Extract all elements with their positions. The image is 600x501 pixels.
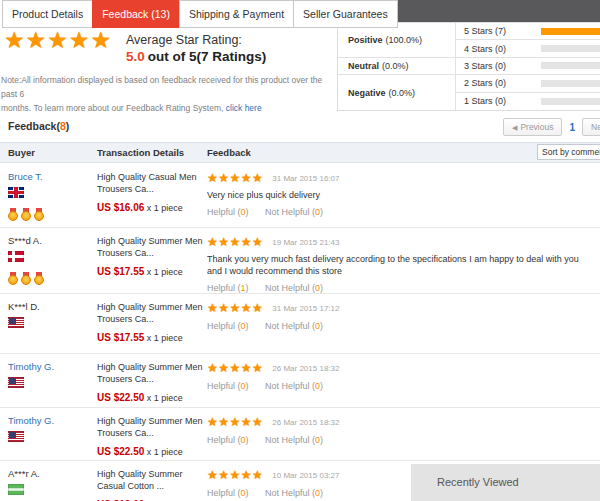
star-row-label: 5 Stars (7): [455, 23, 536, 40]
transaction-price-line: US $17.55 x 1 piece: [97, 332, 207, 343]
product-title: High Quality SummerCasual Cotton ...: [97, 468, 207, 492]
page-number[interactable]: 1: [569, 122, 575, 133]
tab-feedback-13[interactable]: Feedback (13): [92, 0, 180, 28]
star-rating-line: ★★★★★ 31 Mar 2015 17:12: [207, 301, 600, 315]
feedback-row: Timothy G. High Quality Summer MenTrouse…: [0, 408, 600, 461]
buyer-name[interactable]: Timothy G.: [8, 361, 97, 372]
quantity: x 1 piece: [144, 333, 183, 343]
helpful-line: Helpful (0) Not Helpful (0): [207, 381, 600, 391]
helpful-button[interactable]: Helpful (1): [207, 283, 249, 293]
stars-icon: ★★★★★: [207, 235, 263, 249]
feedback-comment: Very nice plus quick delivery: [207, 189, 591, 201]
transaction-cell: High Quality Summer MenTrousers Ca... US…: [97, 301, 207, 353]
not-helpful-button[interactable]: Not Helpful (0): [265, 435, 323, 445]
next-page-button[interactable]: Next: [582, 118, 600, 136]
feedback-row: S***d A. High Quality Summer MenTrousers…: [0, 228, 600, 294]
feedback-cell: ★★★★★ 19 Mar 2015 21:43 Thank you very m…: [207, 235, 600, 293]
transaction-cell: High Quality Summer MenTrousers Ca... US…: [97, 361, 207, 407]
quantity: x 1 piece: [144, 393, 183, 403]
buyer-name[interactable]: Timothy G.: [8, 415, 97, 426]
helpful-line: Helpful (0) Not Helpful (0): [207, 435, 600, 445]
medal-icon: [21, 272, 31, 285]
buyer-name: S***d A.: [8, 235, 97, 246]
column-transaction-details: Transaction Details: [97, 147, 207, 158]
buyer-cell: Timothy G.: [0, 361, 97, 407]
transaction-price-line: US $16.06 x 1 piece: [97, 202, 207, 213]
feedback-cell: ★★★★★ 26 Mar 2015 18:32 Helpful (0) Not …: [207, 361, 600, 407]
not-helpful-button[interactable]: Not Helpful (0): [265, 381, 323, 391]
buyer-cell: Timothy G.: [0, 415, 97, 460]
helpful-line: Helpful (0) Not Helpful (0): [207, 207, 600, 217]
feedback-cell: ★★★★★ 26 Mar 2015 18:32 Helpful (0) Not …: [207, 415, 600, 460]
feedback-date: 26 Mar 2015 18:32: [272, 418, 339, 427]
helpful-button[interactable]: Helpful (0): [207, 435, 249, 445]
medal-icon: [8, 208, 18, 221]
transaction-cell: High Quality Summer MenTrousers Ca... US…: [97, 415, 207, 460]
buyer-cell: S***d A.: [0, 235, 97, 293]
helpful-button[interactable]: Helpful (0): [207, 488, 249, 498]
feedback-row: Timothy G. High Quality Summer MenTrouse…: [0, 354, 600, 408]
transaction-cell: High Quality SummerCasual Cotton ... US …: [97, 468, 207, 501]
flag-us-icon: [8, 317, 24, 328]
star-row-label: 1 Stars (0): [455, 93, 536, 110]
average-rating-score: 5.0out of 5(7 Ratings): [126, 49, 266, 64]
medal-icon: [21, 208, 31, 221]
transaction-price-line: US $17.55 x 1 piece: [97, 266, 207, 277]
star-rating-line: ★★★★★ 26 Mar 2015 18:32: [207, 415, 600, 429]
feedback-list-title: Feedback(8): [8, 120, 69, 132]
price: US $22.50: [97, 446, 144, 457]
previous-page-button[interactable]: ◀Previous: [503, 118, 562, 136]
note-line2: months. To learn more about our Feedback…: [1, 103, 226, 113]
not-helpful-button[interactable]: Not Helpful (0): [265, 207, 323, 217]
price: US $17.55: [97, 332, 144, 343]
helpful-button[interactable]: Helpful (0): [207, 207, 249, 217]
star-rating-line: ★★★★★ 31 Mar 2015 16:07: [207, 171, 600, 185]
buyer-medals: [8, 271, 97, 284]
price: US $17.55: [97, 266, 144, 277]
buyer-name: K***l D.: [8, 301, 97, 312]
transaction-cell: High Quality Casual MenTrousers Ca... US…: [97, 171, 207, 227]
feedback-cell: ★★★★★ 31 Mar 2015 16:07 Very nice plus q…: [207, 171, 600, 227]
not-helpful-button[interactable]: Not Helpful (0): [265, 321, 323, 331]
star-row-bar: [536, 40, 600, 57]
flag-us-icon: [8, 377, 24, 388]
recently-viewed-button[interactable]: Recently Viewed: [411, 464, 600, 501]
score-suffix: out of 5(7 Ratings): [148, 49, 267, 64]
pagination: ◀Previous 1 Next: [503, 118, 600, 136]
helpful-button[interactable]: Helpful (0): [207, 321, 249, 331]
feedback-date: 31 Mar 2015 16:07: [272, 174, 339, 183]
stars-icon: ★★★★★: [207, 415, 263, 429]
star-row-bar: [536, 93, 600, 110]
flag-gb-icon: [8, 187, 24, 198]
note-line1: Note:All information displayed is based …: [1, 75, 322, 99]
flag-us-icon: [8, 431, 24, 442]
rating-group-positive: Positive(100.0%): [338, 23, 455, 58]
helpful-line: Helpful (1) Not Helpful (0): [207, 283, 600, 293]
product-title: High Quality Summer MenTrousers Ca...: [97, 235, 207, 259]
quantity: x 1 piece: [144, 447, 183, 457]
transaction-price-line: US $22.50 x 1 piece: [97, 392, 207, 403]
tab-seller-guarantees[interactable]: Seller Guarantees: [293, 0, 398, 28]
star-row-bar: [536, 75, 600, 92]
rating-group-neutral: Neutral(0.0%): [338, 58, 455, 75]
sort-dropdown[interactable]: Sort by comments: [537, 144, 600, 160]
helpful-button[interactable]: Helpful (0): [207, 381, 249, 391]
header-dark-strip: [371, 0, 600, 22]
stars-icon: ★★★★★: [207, 468, 263, 482]
star-rating-line: ★★★★★ 19 Mar 2015 21:43: [207, 235, 600, 249]
not-helpful-button[interactable]: Not Helpful (0): [265, 283, 323, 293]
product-title: High Quality Summer MenTrousers Ca...: [97, 301, 207, 325]
rating-group-negative: Negative(0.0%): [338, 75, 455, 110]
column-buyer: Buyer: [0, 147, 97, 158]
feedback-rows: Bruce T. High Quality Casual MenTrousers…: [0, 164, 600, 501]
buyer-name[interactable]: Bruce T.: [8, 171, 97, 182]
quantity: x 1 piece: [144, 267, 183, 277]
buyer-cell: Bruce T.: [0, 171, 97, 227]
not-helpful-button[interactable]: Not Helpful (0): [265, 488, 323, 498]
tab-shipping-payment[interactable]: Shipping & Payment: [179, 0, 294, 28]
tab-product-details[interactable]: Product Details: [2, 0, 93, 28]
click-here-link[interactable]: click here: [226, 103, 262, 113]
feedback-title-prefix: Feedback(: [8, 120, 60, 132]
tab-bar: Product DetailsFeedback (13)Shipping & P…: [2, 0, 397, 28]
price: US $16.06: [97, 202, 144, 213]
